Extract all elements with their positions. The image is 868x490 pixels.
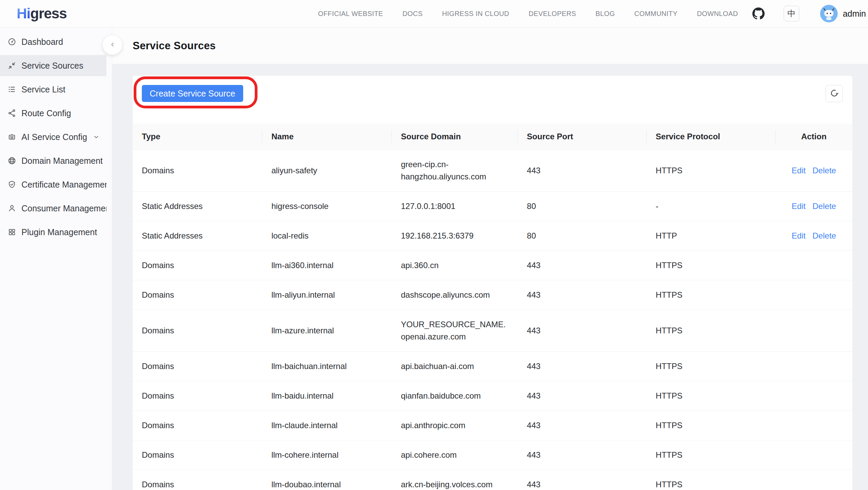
cell-port: 443	[518, 381, 647, 410]
cell-name: llm-claude.internal	[262, 410, 392, 440]
cell-action	[775, 410, 852, 440]
cell-port: 443	[518, 150, 647, 191]
nav-link-developers[interactable]: DEVELOPERS	[529, 10, 576, 18]
cell-port: 443	[518, 280, 647, 310]
nav-link-official-website[interactable]: OFFICIAL WEBSITE	[318, 10, 383, 18]
cell-protocol: -	[647, 191, 775, 221]
cell-type: Domains	[133, 351, 262, 381]
delete-link[interactable]: Delete	[813, 166, 836, 175]
cell-type: Static Addresses	[133, 191, 262, 221]
service-sources-card: Create Service Source	[133, 76, 852, 490]
cell-action	[775, 470, 852, 490]
edit-link[interactable]: Edit	[791, 166, 805, 175]
sidebar-item-service-list[interactable]: Service List	[0, 79, 106, 100]
sidebar: DashboardService SourcesService ListRout…	[0, 28, 112, 490]
language-toggle-button[interactable]: 中	[784, 6, 799, 21]
cell-port: 443	[518, 351, 647, 381]
sidebar-item-consumer-management[interactable]: Consumer Management	[0, 198, 106, 219]
nav-link-docs[interactable]: DOCS	[402, 10, 422, 18]
table-body: Domainsaliyun-safetygreen-cip.cn-hangzho…	[133, 150, 852, 490]
cell-name: llm-cohere.internal	[262, 440, 392, 470]
sidebar-item-label: Certificate Management	[21, 180, 106, 190]
sidebar-item-domain-management[interactable]: Domain Management	[0, 150, 106, 171]
cell-type: Domains	[133, 381, 262, 410]
cell-type: Domains	[133, 440, 262, 470]
logo-hi: Hi	[17, 5, 30, 21]
cell-domain: ark.cn-beijing.volces.com	[392, 470, 518, 490]
cell-port: 443	[518, 410, 647, 440]
sidebar-item-ai-service-config[interactable]: AI Service Config	[0, 126, 106, 147]
content-area: Create Service Source	[112, 64, 868, 490]
cell-protocol: HTTPS	[647, 250, 775, 280]
sidebar-item-label: Route Config	[21, 108, 71, 118]
cell-action	[775, 310, 852, 351]
sidebar-item-plugin-management[interactable]: Plugin Management	[0, 222, 106, 243]
table-row: Domainsllm-claude.internalapi.anthropic.…	[133, 410, 852, 440]
sidebar-item-label: AI Service Config	[21, 132, 87, 142]
sidebar-item-service-sources[interactable]: Service Sources	[0, 55, 106, 76]
avatar[interactable]	[820, 5, 838, 22]
cell-domain: api.cohere.com	[392, 440, 518, 470]
cell-protocol: HTTPS	[647, 410, 775, 440]
nav-link-download[interactable]: DOWNLOAD	[697, 10, 738, 18]
nav-link-blog[interactable]: BLOG	[596, 10, 615, 18]
cell-port: 443	[518, 470, 647, 490]
cell-port: 443	[518, 250, 647, 280]
table-row: Domainsllm-baichuan.internalapi.baichuan…	[133, 351, 852, 381]
delete-link[interactable]: Delete	[813, 231, 836, 240]
reload-icon	[830, 89, 839, 99]
cell-domain: api.360.cn	[392, 250, 518, 280]
cell-protocol: HTTP	[647, 221, 775, 250]
route-config-icon	[7, 109, 16, 118]
cell-type: Static Addresses	[133, 221, 262, 250]
edit-link[interactable]: Edit	[791, 231, 805, 240]
main-area: Service Sources Create Service Source	[112, 28, 868, 490]
column-header-source-port: Source Port	[518, 124, 647, 150]
cell-type: Domains	[133, 410, 262, 440]
sidebar-item-label: Plugin Management	[21, 227, 97, 237]
nav-link-community[interactable]: COMMUNITY	[634, 10, 678, 18]
delete-link[interactable]: Delete	[813, 202, 836, 211]
cell-name: llm-baidu.internal	[262, 381, 392, 410]
table-row: Domainsllm-doubao.internalark.cn-beijing…	[133, 470, 852, 490]
create-service-source-button[interactable]: Create Service Source	[142, 85, 243, 102]
cell-protocol: HTTPS	[647, 310, 775, 351]
ai-service-config-icon	[7, 133, 16, 141]
service-list-icon	[7, 85, 16, 94]
cell-type: Domains	[133, 470, 262, 490]
card-toolbar: Create Service Source	[133, 76, 852, 102]
edit-link[interactable]: Edit	[791, 202, 805, 211]
sidebar-item-label: Service Sources	[21, 61, 83, 71]
table-row: Static Addresseslocal-redis192.168.215.3…	[133, 221, 852, 250]
column-header-type: Type	[133, 124, 262, 150]
cell-port: 80	[518, 191, 647, 221]
chevron-left-icon	[109, 41, 116, 49]
cell-name: local-redis	[262, 221, 392, 250]
admin-username[interactable]: admin	[843, 9, 866, 19]
page-header: Service Sources	[112, 28, 868, 64]
higress-logo: Higress	[17, 5, 67, 22]
cell-name: llm-baichuan.internal	[262, 351, 392, 381]
top-nav: OFFICIAL WEBSITEDOCSHIGRESS IN CLOUDDEVE…	[318, 10, 738, 18]
sidebar-item-label: Service List	[21, 85, 65, 94]
cell-domain: 127.0.0.1:8001	[392, 191, 518, 221]
sidebar-item-label: Domain Management	[21, 156, 103, 166]
sidebar-item-certificate-management[interactable]: Certificate Management	[0, 174, 106, 195]
column-header-name: Name	[262, 124, 392, 150]
table-row: Static Addresseshigress-console127.0.0.1…	[133, 191, 852, 221]
cell-name: higress-console	[262, 191, 392, 221]
refresh-button[interactable]	[825, 85, 843, 102]
sidebar-menu: DashboardService SourcesService ListRout…	[0, 31, 112, 243]
topbar-right: 中 admin	[752, 5, 866, 22]
consumer-icon	[7, 204, 16, 213]
sidebar-item-route-config[interactable]: Route Config	[0, 103, 106, 124]
cell-action	[775, 280, 852, 310]
github-icon[interactable]	[752, 7, 765, 20]
sidebar-item-dashboard[interactable]: Dashboard	[0, 31, 106, 52]
nav-link-higress-in-cloud[interactable]: HIGRESS IN CLOUD	[442, 10, 510, 18]
column-header-source-domain: Source Domain	[392, 124, 518, 150]
sidebar-collapse-button[interactable]	[103, 35, 122, 55]
cell-domain: api.anthropic.com	[392, 410, 518, 440]
sidebar-item-label: Dashboard	[21, 37, 63, 47]
cell-protocol: HTTPS	[647, 440, 775, 470]
